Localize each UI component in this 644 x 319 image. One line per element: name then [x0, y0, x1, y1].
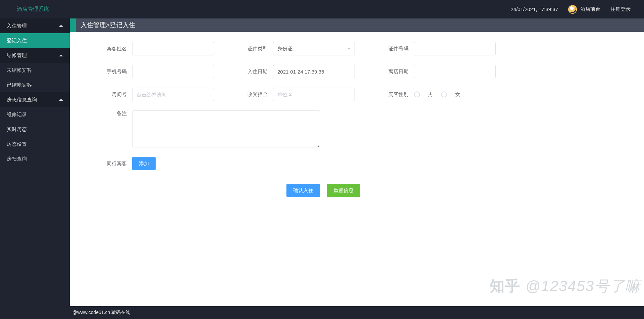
id-type-selected: 身份证	[277, 46, 292, 52]
remark-textarea[interactable]	[132, 110, 320, 147]
nav-item-unsettled-guests[interactable]: 未结帐宾客	[0, 63, 70, 78]
nav-item-settled-guests[interactable]: 已结帐宾客	[0, 78, 70, 92]
label-checkout-date: 离店日期	[382, 69, 409, 75]
field-phone: 手机号码	[100, 65, 214, 78]
field-id-number: 证件号码	[382, 42, 496, 55]
nav-item-status-settings[interactable]: 房态设置	[0, 137, 70, 151]
user-role: 酒店前台	[580, 6, 600, 12]
chevron-up-icon	[59, 99, 63, 101]
footer: @www.code51.cn 猿码在线	[0, 306, 644, 319]
phone-input[interactable]	[132, 65, 214, 78]
topbar: 酒店管理系统 24/01/2021, 17:39:37 酒店前台 注销登录	[0, 0, 644, 18]
chevron-up-icon	[59, 54, 63, 56]
label-companion: 同行宾客	[100, 161, 127, 167]
label-checkin-date: 入住日期	[241, 69, 268, 75]
nav-group-label: 结帐管理	[7, 52, 27, 59]
field-deposit: 收受押金	[241, 88, 355, 101]
reset-button[interactable]: 重置信息	[327, 184, 360, 197]
nav-item-register-checkin[interactable]: 登记入住	[0, 33, 70, 48]
watermark-text: @123453号了嘛	[521, 278, 641, 294]
field-companion: 同行宾客 添加	[100, 157, 496, 170]
field-guest-name: 宾客姓名	[100, 42, 214, 55]
nav-group-label: 房态信息查询	[7, 97, 37, 103]
checkin-date-input[interactable]	[273, 65, 355, 78]
nav-item-realtime-status[interactable]: 实时房态	[0, 122, 70, 137]
deposit-input[interactable]	[273, 88, 355, 101]
datetime: 24/01/2021, 17:39:37	[511, 6, 558, 12]
field-checkout-date: 离店日期	[382, 65, 496, 78]
radio-male-label: 男	[428, 91, 433, 98]
label-id-number: 证件号码	[382, 46, 409, 52]
chevron-down-icon	[347, 48, 351, 50]
form-panel: 宾客姓名 证件类型 身份证 证件号码 手机号码	[70, 32, 644, 306]
id-type-select[interactable]: 身份证	[273, 42, 355, 55]
label-deposit: 收受押金	[241, 91, 268, 98]
confirm-checkin-button[interactable]: 确认入住	[286, 184, 320, 197]
radio-male[interactable]	[414, 91, 420, 97]
field-gender: 宾客性别 男 女	[382, 88, 496, 101]
room-no-input[interactable]	[132, 88, 214, 101]
logout-link[interactable]: 注销登录	[610, 6, 631, 12]
label-remark: 备注	[100, 110, 127, 117]
label-gender: 宾客性别	[382, 91, 409, 98]
checkout-date-input[interactable]	[414, 65, 496, 78]
radio-female-label: 女	[455, 91, 460, 98]
user-chip[interactable]: 酒店前台	[568, 5, 600, 14]
breadcrumb: 入住管理>登记入住	[70, 18, 644, 32]
nav-group-checkout[interactable]: 结帐管理	[0, 48, 70, 63]
avatar-icon	[568, 5, 577, 14]
chevron-up-icon	[59, 25, 63, 27]
nav-item-repair-records[interactable]: 维修记录	[0, 107, 70, 122]
sidebar: 入住管理 登记入住 结帐管理 未结帐宾客 已结帐宾客 房态信息查询 维修记录 实…	[0, 18, 70, 306]
main: 入住管理>登记入住 宾客姓名 证件类型 身份证 证件号码	[70, 18, 644, 306]
field-checkin-date: 入住日期	[241, 65, 355, 78]
nav-group-checkin[interactable]: 入住管理	[0, 18, 70, 33]
field-remark: 备注	[100, 110, 355, 147]
watermark: 知乎 @123453号了嘛	[490, 276, 641, 296]
label-guest-name: 宾客姓名	[100, 46, 127, 52]
breadcrumb-accent	[70, 18, 76, 32]
label-phone: 手机号码	[100, 69, 127, 75]
label-id-type: 证件类型	[241, 46, 268, 52]
id-number-input[interactable]	[414, 42, 496, 55]
action-row: 确认入住 重置信息	[13, 184, 634, 197]
watermark-prefix: 知乎	[490, 278, 521, 294]
radio-female[interactable]	[441, 91, 447, 97]
brand-title: 酒店管理系统	[17, 6, 49, 13]
field-id-type: 证件类型 身份证	[241, 42, 355, 55]
guest-name-input[interactable]	[132, 42, 214, 55]
nav-group-room-status[interactable]: 房态信息查询	[0, 92, 70, 107]
label-room-no: 房间号	[100, 91, 127, 98]
add-companion-button[interactable]: 添加	[132, 157, 156, 170]
field-room-no: 房间号	[100, 88, 214, 101]
topbar-right: 24/01/2021, 17:39:37 酒店前台 注销登录	[511, 5, 631, 14]
nav-group-label: 入住管理	[7, 23, 27, 29]
nav-item-cleaning-query[interactable]: 房扫查询	[0, 151, 70, 166]
